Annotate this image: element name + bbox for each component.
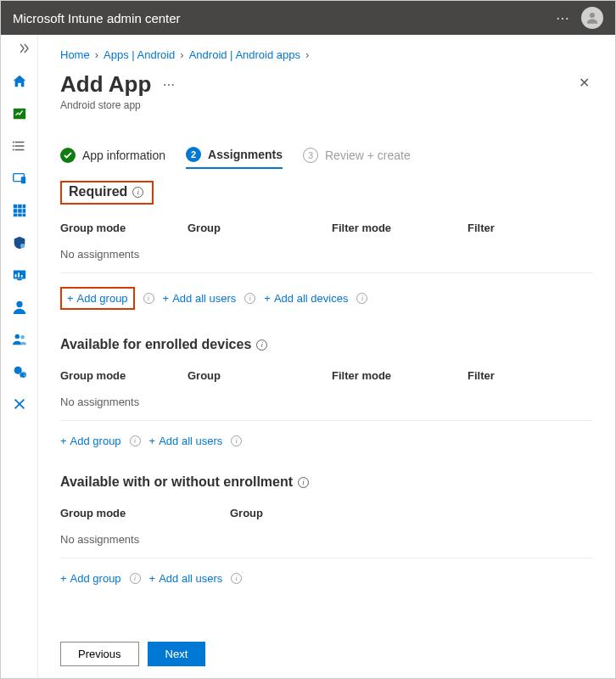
step-tabs: App information 2 Assignments 3 Review +… (60, 147, 593, 171)
svg-rect-19 (18, 272, 20, 277)
svg-point-16 (20, 244, 24, 248)
svg-rect-10 (13, 209, 16, 213)
plus-icon: + (264, 292, 271, 305)
col-header: Filter mode (332, 222, 468, 234)
add-all-users-button[interactable]: + Add all users (163, 292, 237, 305)
expand-nav-icon[interactable] (1, 38, 37, 59)
section-title-text: Available for enrolled devices (60, 337, 251, 352)
highlight-box: + Add group (60, 287, 135, 310)
info-icon[interactable]: i (244, 293, 255, 304)
add-all-users-button[interactable]: + Add all users (149, 435, 223, 447)
nav-groups-icon[interactable] (6, 327, 33, 352)
col-header: Filter mode (332, 369, 468, 382)
more-icon[interactable]: ⋯ (556, 10, 569, 26)
svg-rect-20 (20, 275, 22, 278)
svg-rect-13 (13, 214, 16, 217)
svg-point-24 (20, 335, 25, 340)
info-icon[interactable]: i (132, 187, 143, 198)
table-header: Group mode Group Filter mode Filter (60, 216, 593, 239)
footer-actions: Previous Next (60, 642, 205, 666)
nav-home-icon[interactable] (6, 69, 33, 94)
plus-icon: + (60, 435, 67, 447)
info-icon[interactable]: i (356, 293, 367, 304)
svg-rect-14 (18, 214, 22, 217)
svg-point-2 (12, 142, 14, 143)
top-bar: Microsoft Intune admin center ⋯ (1, 1, 615, 35)
svg-rect-9 (22, 205, 25, 209)
section-title-text: Available with or without enrollment (60, 474, 293, 490)
section-enrolled: Available for enrolled devices i Group m… (60, 337, 593, 447)
tab-review-create: 3 Review + create (303, 148, 411, 168)
product-title: Microsoft Intune admin center (13, 11, 181, 25)
col-header: Group mode (60, 222, 188, 234)
nav-reports-icon[interactable] (6, 262, 33, 288)
svg-rect-21 (17, 279, 21, 281)
check-icon (60, 148, 76, 163)
svg-rect-11 (18, 209, 22, 213)
add-all-devices-button[interactable]: + Add all devices (264, 292, 348, 305)
table-header: Group mode Group Filter mode Filter (60, 364, 593, 387)
add-all-users-button[interactable]: + Add all users (149, 572, 223, 585)
svg-rect-6 (20, 177, 25, 183)
table-empty-row: No assignments (60, 387, 593, 421)
nav-tenant-icon[interactable] (6, 359, 33, 384)
col-header: Group (188, 369, 332, 382)
svg-point-23 (14, 334, 19, 339)
svg-point-0 (590, 13, 595, 18)
previous-button[interactable]: Previous (60, 642, 139, 666)
page-title: Add App (60, 71, 151, 98)
section-without-enrollment: Available with or without enrollment i G… (60, 474, 593, 585)
add-group-button[interactable]: + Add group (60, 572, 121, 585)
add-group-button[interactable]: + Add group (60, 435, 121, 447)
highlight-box: Required i (60, 181, 154, 205)
col-header: Group mode (60, 507, 230, 519)
col-header: Group mode (60, 369, 188, 382)
info-icon[interactable]: i (130, 435, 141, 446)
plus-icon: + (163, 292, 170, 305)
breadcrumb-item[interactable]: Home (60, 48, 90, 61)
nav-troubleshoot-icon[interactable] (6, 391, 33, 417)
info-icon[interactable]: i (143, 293, 154, 304)
breadcrumb-item[interactable]: Android | Android apps (189, 48, 300, 61)
close-icon[interactable]: ✕ (575, 71, 593, 94)
info-icon[interactable]: i (298, 477, 309, 488)
col-header: Filter (468, 222, 593, 234)
svg-point-22 (16, 301, 22, 307)
svg-point-3 (12, 145, 14, 147)
info-icon[interactable]: i (256, 340, 267, 351)
title-more-icon[interactable]: ⋯ (163, 79, 175, 91)
step-number-icon: 2 (186, 147, 201, 162)
nav-list-icon[interactable] (6, 133, 33, 159)
page-subtitle: Android store app (60, 99, 175, 111)
table-empty-row: No assignments (60, 239, 593, 273)
nav-devices-icon[interactable] (6, 166, 33, 191)
next-button[interactable]: Next (148, 642, 206, 666)
section-title-text: Required (69, 184, 127, 199)
col-header: Group (230, 507, 593, 519)
info-icon[interactable]: i (231, 435, 242, 446)
table-empty-row: No assignments (60, 525, 593, 558)
nav-apps-icon[interactable] (6, 198, 33, 223)
breadcrumb-item[interactable]: Apps | Android (104, 48, 175, 61)
nav-security-icon[interactable] (6, 230, 33, 255)
step-number-icon: 3 (303, 148, 318, 163)
chevron-right-icon: › (180, 48, 183, 61)
avatar[interactable] (581, 7, 603, 29)
main-content: Home › Apps | Android › Android | Androi… (38, 35, 615, 678)
tab-app-information[interactable]: App information (60, 148, 165, 168)
section-required: Required i Group mode Group Filter mode … (60, 181, 593, 310)
nav-dashboard-icon[interactable] (6, 101, 33, 126)
tab-assignments[interactable]: 2 Assignments (186, 147, 283, 169)
col-header: Filter (468, 369, 593, 382)
nav-user-icon[interactable] (6, 295, 33, 320)
svg-rect-7 (13, 205, 16, 209)
info-icon[interactable]: i (130, 573, 141, 584)
info-icon[interactable]: i (231, 573, 242, 584)
svg-rect-18 (14, 274, 16, 278)
svg-point-25 (14, 367, 21, 374)
col-header: Group (188, 222, 332, 234)
add-group-button[interactable]: + Add group (67, 292, 128, 305)
plus-icon: + (149, 572, 156, 585)
table-header: Group mode Group (60, 502, 593, 525)
tab-label: Assignments (208, 148, 283, 161)
